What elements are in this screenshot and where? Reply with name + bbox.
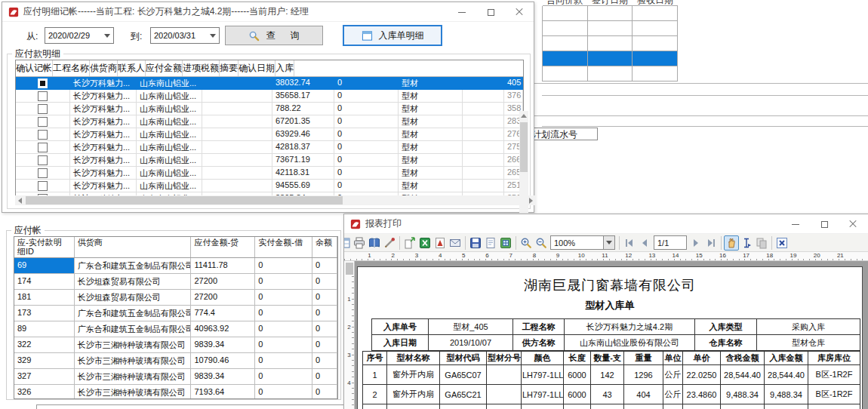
- table-row[interactable]: 长沙万科魅力... 山东南山铝业... 67201.35 0 型材 283: [16, 115, 523, 128]
- text-select-icon[interactable]: [739, 235, 754, 251]
- scroll-right-icon[interactable]: [526, 195, 536, 205]
- horizontal-scrollbar[interactable]: [15, 195, 536, 205]
- column-header[interactable]: 应付金额: [146, 60, 183, 76]
- column-header[interactable]: 应付金额-贷: [191, 237, 255, 257]
- chevron-down-icon[interactable]: [603, 236, 614, 249]
- column-header[interactable]: 应-实付款明 细ID: [14, 237, 75, 257]
- excel-icon[interactable]: [417, 235, 432, 251]
- inbound-detail-table: 序号型材名称型材代码型材分号颜色长度数量-支重量单位单价含税金额入库金额库房库位…: [362, 351, 860, 409]
- divider: [483, 115, 868, 116]
- column-header[interactable]: 供货商: [75, 237, 192, 257]
- next-page-icon[interactable]: [688, 235, 703, 251]
- last-page-icon[interactable]: [703, 235, 719, 251]
- confirm-checkbox[interactable]: [38, 117, 48, 127]
- print-icon[interactable]: [352, 235, 367, 251]
- column-header[interactable]: 进项税额: [183, 60, 220, 76]
- column-header[interactable]: 实付金额-借: [255, 237, 312, 257]
- table-row[interactable]: [542, 6, 678, 21]
- query-button[interactable]: 查 询: [225, 26, 323, 45]
- report-print-window: 报表打印 100%: [343, 214, 868, 409]
- table-row[interactable]: [542, 66, 678, 81]
- title-bar[interactable]: 报表打印: [344, 214, 868, 234]
- minimize-button[interactable]: [781, 214, 810, 234]
- table-row[interactable]: 长沙万科魅力... 山东南山铝业... 788.22 0 型材 358: [16, 103, 523, 115]
- supplier-cell: 山东南山铝业...: [137, 77, 202, 90]
- prev-page-icon[interactable]: [637, 235, 652, 251]
- chevron-down-icon[interactable]: [207, 28, 219, 43]
- table-row[interactable]: 329 长沙市三湘特种玻璃有限公司 10790.46 0 0: [14, 353, 337, 369]
- amount-cell: 42118.31: [272, 167, 334, 180]
- first-page-icon[interactable]: [622, 235, 637, 251]
- title-bar[interactable]: 应付明细记帐------当前工程: 长沙万科魅力之城4.2期------当前用户…: [2, 2, 534, 22]
- confirm-checkbox[interactable]: [38, 168, 48, 178]
- table-row[interactable]: 长沙万科魅力... 山东南山铝业... 35658.17 0 型材 376: [16, 90, 523, 103]
- chevron-down-icon[interactable]: [101, 28, 113, 43]
- copy-pages-icon[interactable]: [754, 235, 769, 251]
- scrollbar-thumb[interactable]: [26, 196, 343, 204]
- from-date-picker[interactable]: 2020/02/29: [45, 27, 114, 44]
- print-preview-area[interactable]: 12345 湖南巨晟门窗幕墙有限公司 型材入库单 入库单号型材_405 工程名称…: [344, 261, 868, 409]
- page-icon[interactable]: [483, 235, 498, 251]
- table-row[interactable]: 181 长沙坦森贸易有限公司 27200 0 0: [14, 290, 337, 306]
- column-header[interactable]: 入库: [275, 60, 294, 76]
- contact-cell: [202, 180, 272, 192]
- close-button[interactable]: [839, 214, 867, 234]
- column-header[interactable]: 工程名称: [53, 60, 90, 76]
- table-row[interactable]: 326 长沙市三湘特种玻璃有限公司 7193.64 0 0: [14, 385, 337, 399]
- column-header[interactable]: 摘要: [220, 60, 239, 76]
- close-preview-icon[interactable]: [774, 235, 790, 251]
- pdf-icon[interactable]: [432, 235, 448, 251]
- maximize-button[interactable]: [476, 2, 505, 22]
- scroll-up-icon[interactable]: [519, 111, 528, 121]
- to-date-picker[interactable]: 2020/03/31: [150, 27, 220, 44]
- zoom-in-icon[interactable]: [519, 235, 534, 251]
- confirm-checkbox[interactable]: [38, 104, 48, 114]
- book-icon[interactable]: [367, 235, 382, 251]
- column-header[interactable]: 供货商: [90, 60, 118, 76]
- page-settings-icon[interactable]: [382, 235, 397, 251]
- project-cell: 长沙万科魅力...: [70, 141, 137, 154]
- maximize-button[interactable]: [810, 214, 839, 234]
- mail-icon[interactable]: [448, 235, 463, 251]
- page-indicator-input[interactable]: 1/1: [654, 235, 687, 250]
- table-row[interactable]: [542, 51, 678, 66]
- scrollbar-thumb[interactable]: [520, 122, 528, 172]
- table-row[interactable]: 长沙万科魅力... 山东南山铝业... 38032.74 0 型材 405: [16, 77, 523, 90]
- column-header[interactable]: 确认记帐: [16, 60, 53, 76]
- close-button[interactable]: [505, 2, 534, 22]
- confirm-checkbox[interactable]: [38, 181, 48, 191]
- table-row[interactable]: 174 长沙坦森贸易有限公司 27200 0 0: [14, 274, 337, 290]
- scrollbar-thumb[interactable]: [346, 263, 353, 275]
- table-row[interactable]: 长沙万科魅力... 山东南山铝业... 94555.69 0 型材 251: [16, 180, 523, 192]
- table-row[interactable]: 327 长沙市三湘特种玻璃有限公司 9839.34 0 0: [14, 369, 337, 385]
- table-row[interactable]: 322 长沙市三湘特种玻璃有限公司 9839.34 0 0: [14, 337, 337, 353]
- archive-icon[interactable]: [498, 235, 513, 251]
- hand-tool-icon[interactable]: [724, 235, 739, 251]
- export-icon[interactable]: [402, 235, 417, 251]
- table-row[interactable]: [542, 21, 678, 36]
- table-row[interactable]: 89 广东合和建筑五金制品有限公司 40963.92 0 0: [14, 321, 337, 337]
- inbound-detail-button[interactable]: 入库单明细: [343, 26, 442, 45]
- table-row[interactable]: 长沙万科魅力... 山东南山铝业... 42118.31 0 型材 265: [16, 167, 523, 180]
- zoom-level-select[interactable]: 100%: [550, 235, 615, 250]
- save-icon[interactable]: [468, 235, 483, 251]
- column-header[interactable]: 余额: [312, 237, 337, 257]
- confirm-checkbox[interactable]: [38, 143, 48, 152]
- table-row[interactable]: 长沙万科魅力... 山东南山铝业... 63929.46 0 型材 276: [16, 128, 523, 141]
- scroll-left-icon[interactable]: [15, 195, 25, 205]
- table-row[interactable]: [542, 36, 678, 51]
- confirm-checkbox[interactable]: [38, 130, 48, 140]
- table-row[interactable]: 长沙万科魅力... 山东南山铝业... 42818.37 0 型材 275: [16, 141, 523, 154]
- column-header[interactable]: 确认日期: [239, 60, 275, 76]
- minimize-button[interactable]: [448, 2, 476, 22]
- table-row[interactable]: 173 广东合和建筑五金制品有限公司 774.4 0 0: [14, 306, 337, 321]
- confirm-checkbox[interactable]: [38, 155, 48, 165]
- confirm-checkbox[interactable]: [38, 78, 48, 88]
- confirm-checkbox[interactable]: [38, 91, 48, 101]
- table-row[interactable]: 69 广东合和建筑五金制品有限公司 11411.78 0 0: [14, 258, 337, 274]
- table-row[interactable]: 长沙万科魅力... 山东南山铝业... 73671.19 0 型材 266: [16, 154, 523, 167]
- window-grid-icon[interactable]: [344, 235, 352, 251]
- info-row: 入库日期2019/10/07 供方名称山东南山铝业股份有限公司 仓库名称型材仓库: [372, 335, 860, 351]
- column-header[interactable]: 联系人: [118, 60, 146, 76]
- zoom-out-icon[interactable]: [534, 235, 549, 251]
